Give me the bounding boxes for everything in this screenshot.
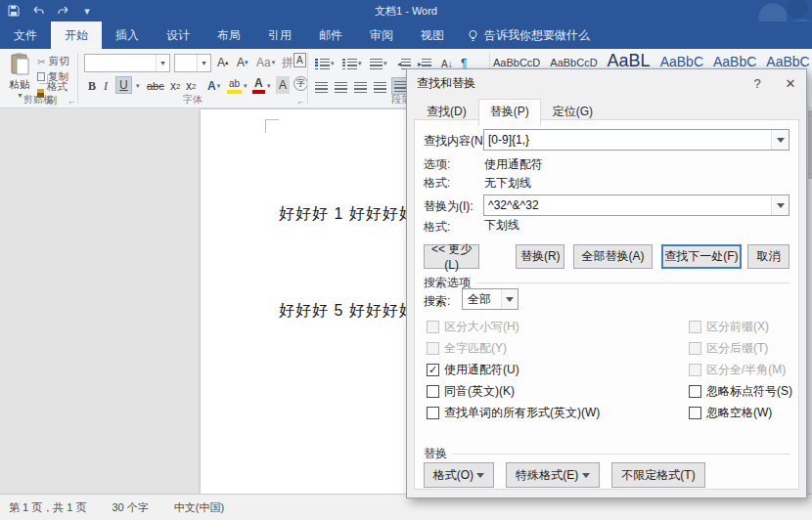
tab-find[interactable]: 查找(D) bbox=[415, 99, 478, 126]
change-case-button[interactable]: Aa▾ bbox=[254, 54, 277, 71]
checkbox-icon bbox=[427, 342, 439, 355]
replace-format-label: 格式: bbox=[424, 219, 450, 236]
font-color-chevron-down-icon[interactable]: ▾ bbox=[267, 82, 271, 90]
highlight-chevron-down-icon[interactable]: ▾ bbox=[244, 82, 248, 90]
cut-button[interactable]: ✂剪切 bbox=[37, 54, 69, 68]
search-direction-value: 全部 bbox=[468, 291, 491, 308]
page-indicator[interactable]: 第 1 页，共 1 页 bbox=[9, 500, 86, 515]
clipboard-group: 粘贴 ▼ ✂剪切 复制 格式刷 剪贴板 ⌐ bbox=[0, 49, 76, 108]
checkbox-match-case[interactable]: 区分大小写(H) bbox=[427, 319, 519, 335]
replace-button[interactable]: 替换(R) bbox=[516, 244, 564, 269]
checkbox-ignore-whitespace[interactable]: 忽略空格(W) bbox=[689, 405, 772, 421]
find-what-chevron-down-icon[interactable] bbox=[771, 130, 789, 150]
find-format-value: 无下划线 bbox=[484, 175, 531, 192]
font-group: ▼ ▼ A▴ A▾ Aa▾ 拼 A B I U ▾ abc x2 x2 A▾ a… bbox=[80, 49, 305, 108]
tab-insert[interactable]: 插入 bbox=[102, 22, 153, 49]
search-direction-label: 搜索: bbox=[424, 293, 450, 310]
style-item[interactable]: AaBbCcD bbox=[493, 57, 540, 68]
find-what-input[interactable] bbox=[484, 133, 771, 147]
tab-goto[interactable]: 定位(G) bbox=[541, 99, 605, 126]
checkbox-icon bbox=[427, 407, 439, 419]
tab-references[interactable]: 引用 bbox=[254, 22, 305, 49]
find-next-button[interactable]: 查找下一处(F) bbox=[661, 244, 742, 269]
margin-corner-mark bbox=[265, 119, 279, 133]
scissors-icon: ✂ bbox=[37, 56, 46, 67]
chevron-down-icon bbox=[476, 473, 484, 478]
options-label: 选项: bbox=[424, 156, 450, 173]
dialog-tabs: 查找(D) 替换(P) 定位(G) bbox=[415, 99, 605, 125]
cancel-button[interactable]: 取消 bbox=[747, 244, 789, 269]
special-format-menu-button[interactable]: 特殊格式(E) bbox=[506, 462, 600, 488]
search-direction-dropdown[interactable]: 全部 bbox=[462, 288, 519, 310]
font-dialog-launcher-icon[interactable]: ⌐ bbox=[298, 97, 303, 107]
highlight-color-button[interactable]: ab bbox=[227, 76, 242, 94]
tab-view[interactable]: 视图 bbox=[407, 22, 458, 49]
tab-file[interactable]: 文件 bbox=[0, 22, 51, 49]
dialog-help-button[interactable]: ? bbox=[742, 69, 773, 97]
underline-button[interactable]: U bbox=[115, 76, 132, 94]
group-separator bbox=[77, 53, 78, 104]
checkbox-icon bbox=[427, 385, 439, 398]
font-size-combobox[interactable]: ▼ bbox=[174, 54, 211, 72]
font-name-combobox[interactable]: ▼ bbox=[84, 54, 170, 72]
tab-mailings[interactable]: 邮件 bbox=[305, 22, 356, 49]
checkbox-match-prefix[interactable]: 区分前缀(X) bbox=[689, 319, 769, 335]
document-text[interactable]: 好好好 1 好好好好 好好好 5 好好好好 bbox=[279, 133, 416, 391]
checkbox-ignore-punctuation[interactable]: 忽略标点符号(S) bbox=[689, 383, 792, 400]
replace-with-input[interactable] bbox=[484, 198, 771, 212]
checkbox-icon bbox=[689, 321, 701, 333]
style-item[interactable]: AaBbC bbox=[766, 54, 809, 69]
tab-replace[interactable]: 替换(P) bbox=[478, 99, 541, 126]
dialog-page: 查找内容(N): 选项: 使用通配符 格式: 无下划线 替换为(I): 格式: … bbox=[414, 119, 799, 490]
style-item[interactable]: AaBbCcD bbox=[550, 57, 597, 68]
replace-group-label: 替换 bbox=[424, 446, 789, 462]
checkbox-icon bbox=[427, 321, 439, 333]
checkbox-find-all-word-forms[interactable]: 查找单词的所有形式(英文)(W) bbox=[427, 405, 600, 421]
less-button[interactable]: << 更少(L) bbox=[424, 244, 479, 269]
format-menu-button[interactable]: 格式(O) bbox=[424, 462, 494, 488]
checkbox-match-suffix[interactable]: 区分后缀(T) bbox=[689, 340, 768, 357]
grow-font-button[interactable]: A▴ bbox=[215, 54, 231, 71]
replace-with-combobox[interactable] bbox=[483, 195, 789, 216]
language-indicator[interactable]: 中文(中国) bbox=[174, 500, 224, 515]
underline-chevron-down-icon[interactable]: ▾ bbox=[136, 82, 140, 90]
replace-with-chevron-down-icon[interactable] bbox=[771, 195, 789, 215]
tab-home[interactable]: 开始 bbox=[51, 22, 102, 49]
checkbox-whole-words[interactable]: 全字匹配(Y) bbox=[427, 340, 507, 357]
tab-review[interactable]: 审阅 bbox=[356, 22, 407, 49]
word-count[interactable]: 30 个字 bbox=[112, 500, 148, 515]
tab-layout[interactable]: 布局 bbox=[203, 22, 254, 49]
tell-me-box[interactable]: 告诉我你想要做什么 bbox=[458, 22, 600, 49]
checkbox-match-full-half-width[interactable]: 区分全/半角(M) bbox=[689, 362, 786, 378]
dialog-close-icon[interactable]: ✕ bbox=[775, 69, 806, 97]
no-formatting-button[interactable]: 不限定格式(T) bbox=[611, 462, 705, 488]
find-what-combobox[interactable] bbox=[483, 129, 789, 151]
chevron-down-icon bbox=[582, 473, 590, 478]
title-bar: ▾ 文档1 - Word bbox=[0, 0, 812, 22]
scrollbar-thumb[interactable] bbox=[808, 110, 812, 179]
replace-all-button[interactable]: 全部替换(A) bbox=[573, 244, 652, 269]
clipboard-icon bbox=[11, 53, 29, 76]
numbered-list-button[interactable]: ▾ bbox=[340, 55, 364, 72]
checkbox-sounds-like[interactable]: 同音(英文)(K) bbox=[427, 383, 515, 400]
style-item[interactable]: AaBbC bbox=[660, 54, 703, 69]
checkbox-use-wildcards[interactable]: 使用通配符(U) bbox=[427, 362, 519, 378]
enclose-characters-button[interactable]: 字 bbox=[293, 76, 308, 91]
style-item[interactable]: AaBbC bbox=[713, 54, 756, 69]
clipboard-dialog-launcher-icon[interactable]: ⌐ bbox=[69, 97, 74, 107]
tab-design[interactable]: 设计 bbox=[153, 22, 203, 49]
find-format-label: 格式: bbox=[424, 175, 450, 192]
checkbox-icon bbox=[689, 407, 701, 419]
search-direction-chevron-down-icon[interactable] bbox=[501, 289, 518, 309]
multilevel-list-button[interactable]: ▾ bbox=[368, 55, 389, 72]
bullet-list-button[interactable]: ▾ bbox=[313, 55, 337, 72]
ribbon-tab-row: 文件 开始 插入 设计 布局 引用 邮件 审阅 视图 告诉我你想要做什么 bbox=[0, 22, 812, 49]
character-border-button[interactable]: A bbox=[293, 53, 306, 67]
lightbulb-icon bbox=[468, 29, 478, 42]
shrink-font-button[interactable]: A▾ bbox=[235, 54, 250, 71]
font-color-button[interactable]: A bbox=[252, 76, 265, 94]
dialog-main-buttons: << 更少(L) 替换(R) 全部替换(A) 查找下一处(F) 取消 bbox=[424, 244, 789, 269]
character-shading-button[interactable]: A bbox=[276, 76, 290, 94]
copy-icon bbox=[37, 72, 45, 81]
find-replace-dialog: 查找和替换 ? ✕ 查找(D) 替换(P) 定位(G) 查找内容(N): 选项:… bbox=[406, 68, 807, 498]
